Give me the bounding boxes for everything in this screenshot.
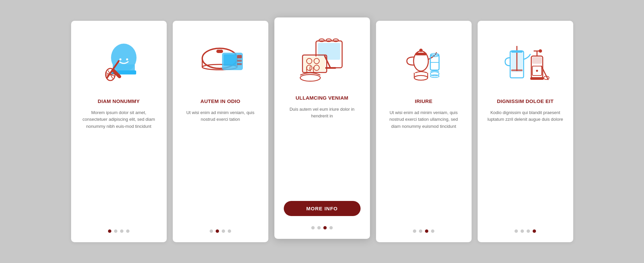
card-2-title: AUTEM IN ODIO [201,98,240,105]
dot [329,226,333,229]
card-ullamcing-veniam: ULLAMCING VENIAM Duis autem vel eum iriu… [274,17,370,239]
card-4-text: Ut wisi enim ad minim veniam, quis nostr… [385,109,462,164]
card-1-title: DIAM NONUMMY [98,98,140,105]
card-5-title: DIGNISSIM DOLOE EIT [497,98,553,105]
svg-rect-52 [532,57,542,64]
card-1-icon [89,31,149,91]
card-5-icon [495,31,555,91]
svg-rect-50 [511,50,523,53]
svg-rect-56 [530,77,544,80]
svg-point-41 [414,75,428,80]
card-3-title: ULLAMCING VENIAM [296,95,348,101]
dot [126,229,129,233]
dot [120,229,123,233]
svg-rect-18 [237,55,242,58]
svg-point-55 [539,49,542,53]
card-4-dots [413,226,434,233]
card-4-title: IRIURE [415,98,433,105]
dot [515,229,518,233]
svg-point-34 [300,74,320,81]
svg-point-58 [536,70,538,72]
svg-point-23 [319,39,324,42]
dot [108,229,111,233]
card-iriure: IRIURE Ut wisi enim ad minim veniam, qui… [376,21,472,242]
dot [222,229,225,233]
card-diam-nonummy: DIAM NONUMMY Morem ipsum dolor sit amet,… [71,21,167,242]
svg-rect-20 [237,63,242,65]
dot [527,229,530,233]
svg-rect-36 [415,53,427,55]
svg-rect-49 [511,69,523,71]
dot [114,229,117,233]
cards-container: DIAM NONUMMY Morem ipsum dolor sit amet,… [51,7,593,256]
svg-rect-15 [216,50,223,53]
card-3-icon [292,28,352,88]
more-info-button[interactable]: MORE INFO [284,201,361,216]
dot [210,229,213,233]
card-5-text: Kodio dignissim qui blandit praesent lup… [487,109,564,164]
dot [431,229,434,233]
dot [419,229,422,233]
card-2-icon [190,31,251,91]
dot [413,229,416,233]
svg-point-25 [333,39,338,42]
dot [323,226,327,229]
card-2-text: Ut wisi enim ad minim veniam, quis nostr… [182,109,259,164]
svg-point-37 [419,49,423,52]
card-autem-in-odio: AUTEM IN ODIO Ut wisi enim ad minim veni… [173,21,268,242]
svg-rect-19 [237,60,242,62]
dot [425,229,428,233]
svg-point-24 [326,39,331,42]
svg-rect-17 [224,54,236,66]
svg-point-3 [119,58,121,60]
card-1-dots [108,226,129,233]
dot [228,229,231,233]
dot [533,229,536,233]
card-5-dots [515,226,536,233]
card-2-dots [210,226,231,233]
card-3-text: Duis autem vel eum iriure dolor in hendr… [284,106,361,195]
dot [311,226,315,229]
card-1-text: Morem ipsum dolor sit amet, consectetuer… [80,109,157,164]
card-dignissim-doloe-eit: DIGNISSIM DOLOE EIT Kodio dignissim qui … [478,21,573,242]
svg-point-4 [126,58,128,60]
card-4-icon [393,31,454,91]
dot [216,229,219,233]
dot [521,229,524,233]
dot [317,226,321,229]
card-3-dots [311,223,333,229]
